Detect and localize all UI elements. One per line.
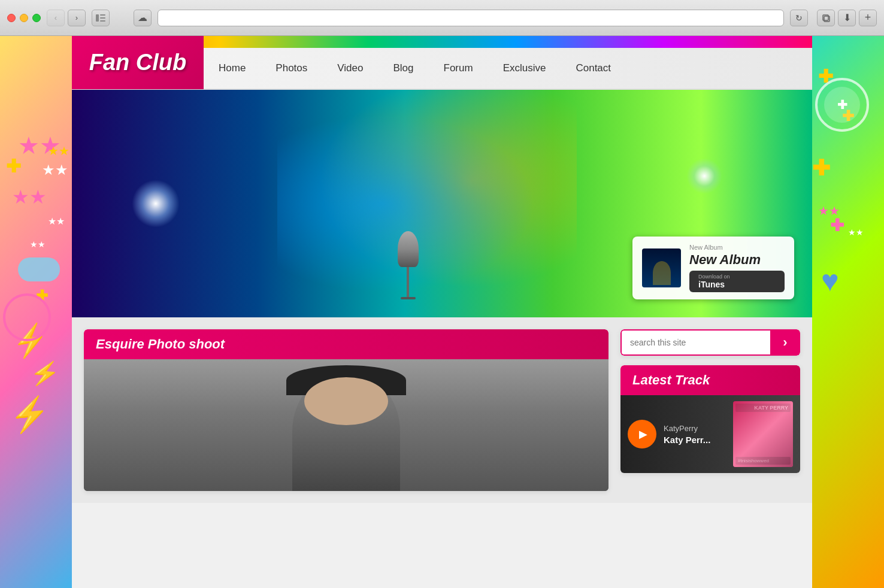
logo-area: Fan Club [72,36,204,89]
reload-button[interactable]: ↻ [790,10,808,26]
latest-track-header: Latest Track [620,365,800,395]
browser-right-buttons: ⬇ + [817,10,877,26]
itunes-btn-text: Download on iTunes [698,274,730,289]
search-input[interactable] [620,329,770,356]
right-decoration: ✚ ✚ ✚ ✚ ♥ ✚ ★ ★ [806,36,884,588]
back-button[interactable]: ‹ [47,10,65,26]
latest-track-section: Latest Track ▶ KatyPerry Katy Perr... [620,365,800,473]
track-artist: KatyPerry [664,424,726,433]
nav-item-forum[interactable]: Forum [429,47,488,89]
content-area: Esquire Photo shoot from esquireuk [72,317,812,503]
forward-button[interactable]: › [68,10,86,26]
new-album-badge: New Album [689,244,785,251]
site-header: Fan Club Home Photos Video Blog Forum Ex… [72,36,812,90]
album-info: New Album New Album Download on iTunes [689,244,785,292]
nav-item-video[interactable]: Video [322,47,378,89]
album-thumb-inner [642,248,681,287]
site-logo: Fan Club [89,50,187,75]
duplicate-tab-button[interactable] [817,10,835,26]
sidebar-button[interactable] [92,10,110,26]
nav-item-contact[interactable]: Contact [561,47,626,89]
photo-section: Esquire Photo shoot from esquireuk [84,329,608,491]
track-player: ▶ KatyPerry Katy Perr... KATY PERRY [620,395,800,473]
album-thumbnail [642,248,681,287]
spotlight-left [132,180,180,228]
play-button[interactable]: ▶ [628,420,656,448]
browser-chrome: ‹ › ☁ ↻ ⬇ + [0,0,884,36]
address-bar[interactable] [158,10,784,26]
new-album-card: New Album New Album Download on iTunes [632,237,794,299]
nav-item-photos[interactable]: Photos [261,47,322,89]
close-button[interactable] [7,14,16,22]
website-container: ★ ★ ★ ★ ★ ★ ⚡ ⚡ ⚡ ✚ ✚ ✚ ✚ ✚ ✚ ♥ ✚ ★ ★ [0,36,884,588]
nav-item-home[interactable]: Home [204,47,261,89]
main-container: Fan Club Home Photos Video Blog Forum Ex… [72,36,812,588]
svg-rect-1 [100,14,105,16]
track-info: KatyPerry Katy Perr... [664,424,726,445]
hero-slider: New Album New Album Download on iTunes [72,90,812,317]
search-arrow-icon: › [783,335,787,350]
search-inner: › [620,329,800,356]
track-song: Katy Perr... [664,435,726,445]
right-column: › Latest Track ▶ KatyPerry [620,329,800,491]
left-decoration: ★ ★ ★ ★ ★ ★ ⚡ ⚡ ⚡ ✚ ✚ [0,36,78,588]
photo-section-header: Esquire Photo shoot [84,329,608,359]
new-tab-button[interactable]: + [859,10,877,26]
play-icon: ▶ [639,428,647,441]
left-column: Esquire Photo shoot from esquireuk [84,329,608,491]
track-thumbnail: KATY PERRY #tnisishowwed [733,401,793,467]
maximize-button[interactable] [32,14,41,22]
nav-item-exclusive[interactable]: Exclusive [488,47,561,89]
minimize-button[interactable] [20,14,28,22]
itunes-download-button[interactable]: Download on iTunes [689,271,785,292]
new-album-title: New Album [689,253,785,267]
search-button[interactable]: › [770,329,800,356]
download-button[interactable]: ⬇ [838,10,856,26]
search-box: › [620,329,800,356]
photo-content: from esquireuk [84,359,608,491]
nav-item-blog[interactable]: Blog [378,47,428,89]
cloud-icon[interactable]: ☁ [134,10,152,26]
browser-nav-buttons: ‹ › [47,10,86,26]
svg-rect-3 [100,20,105,22]
svg-rect-2 [100,17,105,19]
svg-rect-0 [96,14,99,22]
traffic-lights [7,14,41,22]
spotlight-right [686,158,722,194]
hero-image: New Album New Album Download on iTunes [72,90,812,317]
